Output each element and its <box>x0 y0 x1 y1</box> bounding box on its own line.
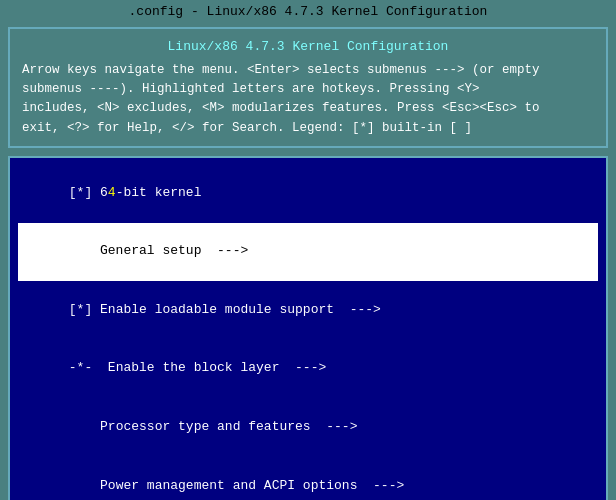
header-title: Linux/x86 4.7.3 Kernel Configuration <box>22 37 594 57</box>
menu-item-block-layer[interactable]: -*- Enable the block layer ---> <box>18 340 598 399</box>
menu-item-power-mgmt[interactable]: Power management and ACPI options ---> <box>18 457 598 500</box>
menu-box: [*] 64-bit kernel General setup ---> [*]… <box>8 156 608 500</box>
title-bar-text: .config - Linux/x86 4.7.3 Kernel Configu… <box>129 4 488 19</box>
header-line4: exit, <?> for Help, </> for Search. Lege… <box>22 121 472 135</box>
header-line1: Arrow keys navigate the menu. <Enter> se… <box>22 63 540 77</box>
header-box: Linux/x86 4.7.3 Kernel Configuration Arr… <box>8 27 608 148</box>
menu-item-loadable-module[interactable]: [*] Enable loadable module support ---> <box>18 281 598 340</box>
header-line2: submenus ----). Highlighted letters are … <box>22 82 480 96</box>
menu-item-processor[interactable]: Processor type and features ---> <box>18 398 598 457</box>
menu-item-general-setup[interactable]: General setup ---> <box>18 223 598 282</box>
header-line3: includes, <N> excludes, <M> modularizes … <box>22 101 540 115</box>
title-bar: .config - Linux/x86 4.7.3 Kernel Configu… <box>0 0 616 23</box>
menu-item-64bit[interactable]: [*] 64-bit kernel <box>18 164 598 223</box>
